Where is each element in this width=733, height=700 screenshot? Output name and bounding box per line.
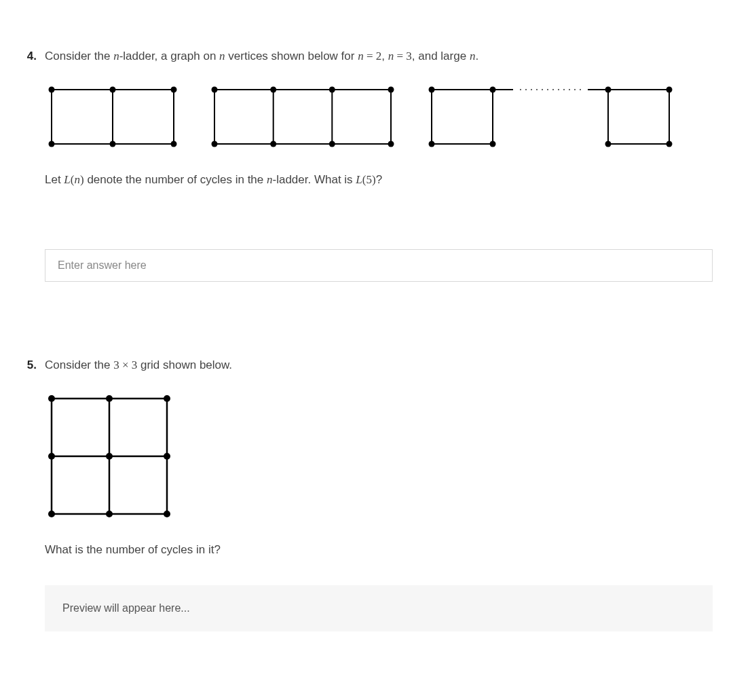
q4-subprompt: Let L(n) denote the number of cycles in … <box>45 171 713 189</box>
text: -ladder, a graph on <box>119 50 219 62</box>
svg-point-52 <box>106 453 113 460</box>
math-expr: L(5) <box>356 173 375 186</box>
question-4: 4. Consider the n-ladder, a graph on n v… <box>20 48 713 282</box>
ladder-n3-figure <box>208 83 398 151</box>
q5-subprompt: What is the number of cycles in it? <box>45 541 713 559</box>
svg-point-56 <box>164 511 170 517</box>
text: , <box>381 50 388 62</box>
math-expr: n = 3 <box>388 50 412 62</box>
svg-point-10 <box>171 141 177 147</box>
svg-point-55 <box>106 511 113 517</box>
svg-point-37 <box>490 141 496 147</box>
question-body: Consider the 3 × 3 grid shown below. <box>45 356 713 631</box>
text: Let <box>45 173 64 186</box>
svg-point-20 <box>388 86 394 92</box>
question-5: 5. Consider the 3 × 3 grid shown below. <box>20 356 713 631</box>
text: ? <box>376 173 382 186</box>
math-expr: 3 × 3 <box>113 358 137 371</box>
svg-point-50 <box>164 395 170 402</box>
svg-point-24 <box>388 141 394 147</box>
grid-3x3-figure <box>45 392 174 521</box>
math-expr: n = 2 <box>358 50 381 62</box>
q4-prompt: Consider the n-ladder, a graph on n vert… <box>45 48 713 65</box>
svg-point-8 <box>49 141 55 147</box>
svg-point-19 <box>329 86 335 92</box>
text: , and large <box>412 50 470 62</box>
svg-point-48 <box>48 395 55 402</box>
svg-point-41 <box>666 141 673 147</box>
text: Consider the <box>45 358 113 371</box>
svg-point-23 <box>329 141 335 147</box>
svg-point-49 <box>106 395 113 402</box>
text: denote the number of cycles in the <box>84 173 267 186</box>
q5-preview-box: Preview will appear here... <box>45 585 713 631</box>
svg-point-18 <box>270 86 276 92</box>
ladder-n2-figure <box>45 83 181 151</box>
svg-point-54 <box>48 511 55 517</box>
math-var: n <box>267 173 273 186</box>
q5-prompt: Consider the 3 × 3 grid shown below. <box>45 356 713 374</box>
svg-point-21 <box>212 141 218 147</box>
question-number: 4. <box>20 48 45 65</box>
math-expr: L(n) <box>64 173 83 186</box>
text: -ladder. What is <box>273 173 356 186</box>
page-content: 4. Consider the n-ladder, a graph on n v… <box>0 0 733 700</box>
svg-point-5 <box>49 86 55 92</box>
ladder-large-n-figure <box>425 83 676 151</box>
svg-point-17 <box>212 86 218 92</box>
svg-point-36 <box>429 141 435 147</box>
svg-point-53 <box>164 453 170 460</box>
svg-point-6 <box>110 86 116 92</box>
svg-point-35 <box>490 86 496 92</box>
text: . <box>475 50 478 62</box>
svg-point-34 <box>429 86 435 92</box>
text: grid shown below. <box>137 358 232 371</box>
svg-point-22 <box>270 141 276 147</box>
svg-point-39 <box>666 86 673 92</box>
svg-point-51 <box>48 453 55 460</box>
text: vertices shown below for <box>225 50 358 62</box>
question-number: 5. <box>20 356 45 374</box>
text: Consider the <box>45 50 113 62</box>
svg-point-9 <box>110 141 116 147</box>
q4-figures <box>45 83 713 151</box>
svg-point-7 <box>171 86 177 92</box>
math-var: n <box>219 50 225 62</box>
question-body: Consider the n-ladder, a graph on n vert… <box>45 48 713 282</box>
q4-answer-input[interactable] <box>45 249 713 282</box>
svg-point-40 <box>605 141 612 147</box>
svg-point-38 <box>605 86 612 92</box>
math-var: n <box>113 50 119 62</box>
